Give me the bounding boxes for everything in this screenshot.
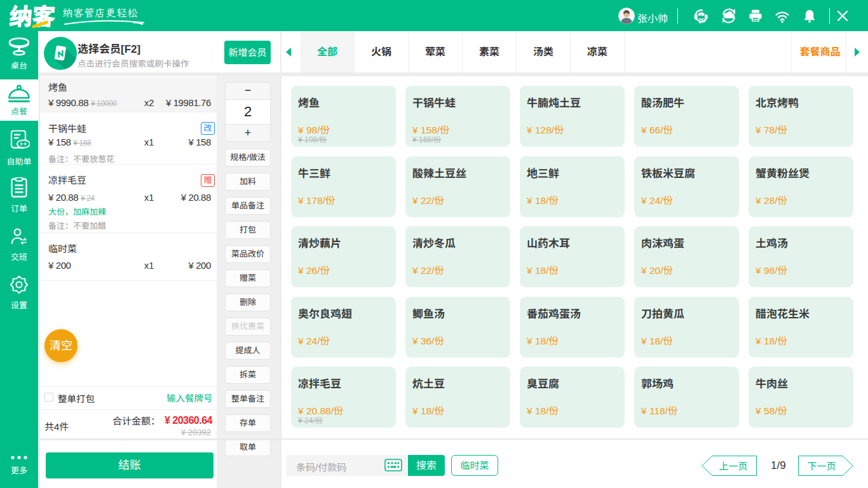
- svg-text:上一页: 上一页: [719, 461, 747, 471]
- svg-text:下一页: 下一页: [807, 461, 836, 471]
